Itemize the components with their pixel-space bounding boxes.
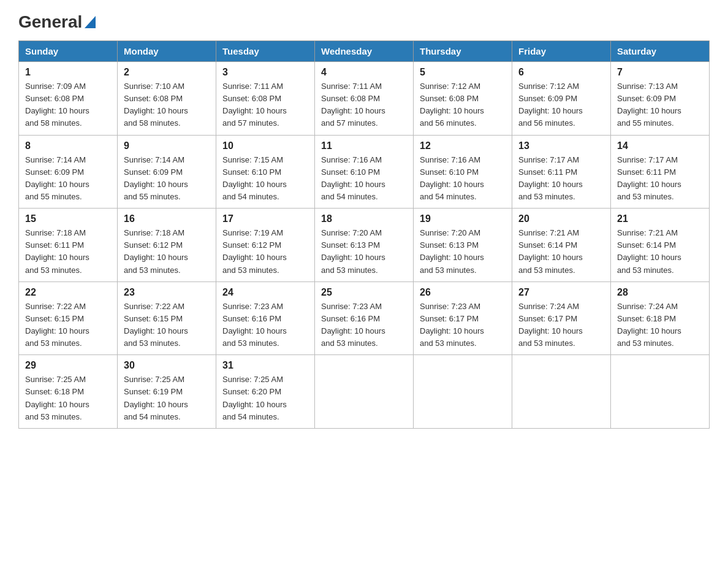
- column-header-monday: Monday: [118, 41, 216, 62]
- day-number: 19: [420, 213, 506, 224]
- day-number: 3: [222, 67, 308, 78]
- day-cell: 14 Sunrise: 7:17 AM Sunset: 6:11 PM Dayl…: [611, 135, 710, 209]
- week-row-5: 29 Sunrise: 7:25 AM Sunset: 6:18 PM Dayl…: [19, 355, 710, 429]
- day-info: Sunrise: 7:09 AM Sunset: 6:08 PM Dayligh…: [25, 80, 111, 130]
- column-header-friday: Friday: [512, 41, 611, 62]
- day-cell: 24 Sunrise: 7:23 AM Sunset: 6:16 PM Dayl…: [216, 282, 315, 355]
- day-cell: 10 Sunrise: 7:15 AM Sunset: 6:10 PM Dayl…: [216, 135, 315, 209]
- day-number: 28: [617, 287, 703, 298]
- day-number: 31: [222, 360, 308, 371]
- day-number: 30: [124, 360, 210, 371]
- week-row-3: 15 Sunrise: 7:18 AM Sunset: 6:11 PM Dayl…: [19, 209, 710, 282]
- day-number: 23: [124, 287, 210, 298]
- day-info: Sunrise: 7:16 AM Sunset: 6:10 PM Dayligh…: [321, 154, 407, 204]
- day-cell: 11 Sunrise: 7:16 AM Sunset: 6:10 PM Dayl…: [315, 135, 414, 209]
- day-cell: [512, 355, 611, 429]
- day-info: Sunrise: 7:23 AM Sunset: 6:17 PM Dayligh…: [420, 301, 506, 350]
- day-cell: 17 Sunrise: 7:19 AM Sunset: 6:12 PM Dayl…: [216, 209, 315, 282]
- day-info: Sunrise: 7:16 AM Sunset: 6:10 PM Dayligh…: [420, 154, 506, 204]
- day-cell: 4 Sunrise: 7:11 AM Sunset: 6:08 PM Dayli…: [315, 62, 414, 136]
- day-cell: 27 Sunrise: 7:24 AM Sunset: 6:17 PM Dayl…: [512, 282, 611, 355]
- column-header-tuesday: Tuesday: [216, 41, 315, 62]
- day-number: 22: [25, 287, 111, 298]
- day-info: Sunrise: 7:17 AM Sunset: 6:11 PM Dayligh…: [518, 154, 604, 204]
- day-number: 10: [222, 140, 308, 151]
- calendar-header-row: SundayMondayTuesdayWednesdayThursdayFrid…: [19, 41, 710, 62]
- day-number: 24: [222, 287, 308, 298]
- day-number: 27: [518, 287, 604, 298]
- day-info: Sunrise: 7:24 AM Sunset: 6:17 PM Dayligh…: [518, 301, 604, 350]
- day-info: Sunrise: 7:12 AM Sunset: 6:09 PM Dayligh…: [518, 80, 604, 130]
- day-cell: 28 Sunrise: 7:24 AM Sunset: 6:18 PM Dayl…: [611, 282, 710, 355]
- day-info: Sunrise: 7:18 AM Sunset: 6:12 PM Dayligh…: [124, 227, 210, 277]
- day-info: Sunrise: 7:25 AM Sunset: 6:19 PM Dayligh…: [124, 373, 210, 423]
- day-info: Sunrise: 7:25 AM Sunset: 6:18 PM Dayligh…: [25, 373, 111, 423]
- day-number: 9: [124, 140, 210, 151]
- day-number: 12: [420, 140, 506, 151]
- day-cell: 12 Sunrise: 7:16 AM Sunset: 6:10 PM Dayl…: [414, 135, 512, 209]
- day-cell: 18 Sunrise: 7:20 AM Sunset: 6:13 PM Dayl…: [315, 209, 414, 282]
- day-info: Sunrise: 7:23 AM Sunset: 6:16 PM Dayligh…: [222, 301, 308, 350]
- day-number: 11: [321, 140, 407, 151]
- day-info: Sunrise: 7:20 AM Sunset: 6:13 PM Dayligh…: [420, 227, 506, 277]
- column-header-sunday: Sunday: [19, 41, 118, 62]
- day-cell: 1 Sunrise: 7:09 AM Sunset: 6:08 PM Dayli…: [19, 62, 118, 136]
- day-number: 2: [124, 67, 210, 78]
- day-info: Sunrise: 7:21 AM Sunset: 6:14 PM Dayligh…: [617, 227, 703, 277]
- day-cell: 23 Sunrise: 7:22 AM Sunset: 6:15 PM Dayl…: [118, 282, 216, 355]
- day-number: 17: [222, 213, 308, 224]
- day-number: 6: [518, 67, 604, 78]
- day-cell: 19 Sunrise: 7:20 AM Sunset: 6:13 PM Dayl…: [414, 209, 512, 282]
- day-cell: [611, 355, 710, 429]
- day-cell: 30 Sunrise: 7:25 AM Sunset: 6:19 PM Dayl…: [118, 355, 216, 429]
- day-info: Sunrise: 7:14 AM Sunset: 6:09 PM Dayligh…: [25, 154, 111, 204]
- day-cell: 15 Sunrise: 7:18 AM Sunset: 6:11 PM Dayl…: [19, 209, 118, 282]
- week-row-2: 8 Sunrise: 7:14 AM Sunset: 6:09 PM Dayli…: [19, 135, 710, 209]
- day-number: 4: [321, 67, 407, 78]
- day-number: 26: [420, 287, 506, 298]
- day-info: Sunrise: 7:20 AM Sunset: 6:13 PM Dayligh…: [321, 227, 407, 277]
- day-info: Sunrise: 7:24 AM Sunset: 6:18 PM Dayligh…: [617, 301, 703, 350]
- day-info: Sunrise: 7:13 AM Sunset: 6:09 PM Dayligh…: [617, 80, 703, 130]
- day-cell: 3 Sunrise: 7:11 AM Sunset: 6:08 PM Dayli…: [216, 62, 315, 136]
- column-header-saturday: Saturday: [611, 41, 710, 62]
- day-number: 21: [617, 213, 703, 224]
- day-cell: 25 Sunrise: 7:23 AM Sunset: 6:16 PM Dayl…: [315, 282, 414, 355]
- day-info: Sunrise: 7:12 AM Sunset: 6:08 PM Dayligh…: [420, 80, 506, 130]
- day-cell: 6 Sunrise: 7:12 AM Sunset: 6:09 PM Dayli…: [512, 62, 611, 136]
- day-info: Sunrise: 7:10 AM Sunset: 6:08 PM Dayligh…: [124, 80, 210, 130]
- column-header-wednesday: Wednesday: [315, 41, 414, 62]
- day-cell: 8 Sunrise: 7:14 AM Sunset: 6:09 PM Dayli…: [19, 135, 118, 209]
- day-cell: [414, 355, 512, 429]
- day-cell: 5 Sunrise: 7:12 AM Sunset: 6:08 PM Dayli…: [414, 62, 512, 136]
- logo: General: [18, 12, 96, 28]
- day-info: Sunrise: 7:23 AM Sunset: 6:16 PM Dayligh…: [321, 301, 407, 350]
- day-info: Sunrise: 7:17 AM Sunset: 6:11 PM Dayligh…: [617, 154, 703, 204]
- day-info: Sunrise: 7:22 AM Sunset: 6:15 PM Dayligh…: [25, 301, 111, 350]
- day-cell: 7 Sunrise: 7:13 AM Sunset: 6:09 PM Dayli…: [611, 62, 710, 136]
- page-header: General: [18, 12, 710, 28]
- logo-general-text: General: [18, 12, 82, 32]
- day-cell: 22 Sunrise: 7:22 AM Sunset: 6:15 PM Dayl…: [19, 282, 118, 355]
- day-info: Sunrise: 7:14 AM Sunset: 6:09 PM Dayligh…: [124, 154, 210, 204]
- day-number: 5: [420, 67, 506, 78]
- day-number: 25: [321, 287, 407, 298]
- day-cell: [315, 355, 414, 429]
- day-cell: 13 Sunrise: 7:17 AM Sunset: 6:11 PM Dayl…: [512, 135, 611, 209]
- day-cell: 26 Sunrise: 7:23 AM Sunset: 6:17 PM Dayl…: [414, 282, 512, 355]
- day-info: Sunrise: 7:22 AM Sunset: 6:15 PM Dayligh…: [124, 301, 210, 350]
- day-info: Sunrise: 7:11 AM Sunset: 6:08 PM Dayligh…: [321, 80, 407, 130]
- day-info: Sunrise: 7:11 AM Sunset: 6:08 PM Dayligh…: [222, 80, 308, 130]
- day-cell: 2 Sunrise: 7:10 AM Sunset: 6:08 PM Dayli…: [118, 62, 216, 136]
- week-row-4: 22 Sunrise: 7:22 AM Sunset: 6:15 PM Dayl…: [19, 282, 710, 355]
- week-row-1: 1 Sunrise: 7:09 AM Sunset: 6:08 PM Dayli…: [19, 62, 710, 136]
- day-cell: 9 Sunrise: 7:14 AM Sunset: 6:09 PM Dayli…: [118, 135, 216, 209]
- day-number: 18: [321, 213, 407, 224]
- day-number: 20: [518, 213, 604, 224]
- logo-triangle-icon: [85, 16, 96, 31]
- day-info: Sunrise: 7:21 AM Sunset: 6:14 PM Dayligh…: [518, 227, 604, 277]
- day-number: 13: [518, 140, 604, 151]
- day-info: Sunrise: 7:15 AM Sunset: 6:10 PM Dayligh…: [222, 154, 308, 204]
- svg-marker-0: [85, 16, 96, 28]
- day-info: Sunrise: 7:18 AM Sunset: 6:11 PM Dayligh…: [25, 227, 111, 277]
